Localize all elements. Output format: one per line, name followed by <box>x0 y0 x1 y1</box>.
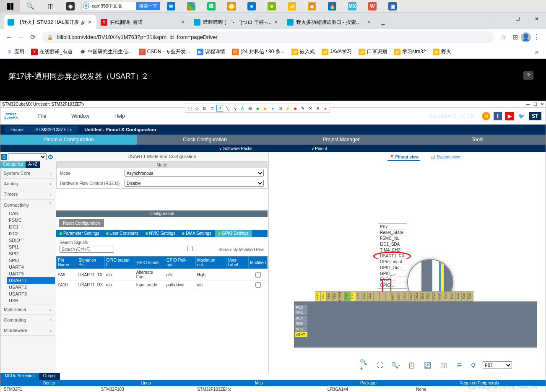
twitter-icon[interactable]: 🐦 <box>517 112 525 120</box>
layers-icon[interactable]: ▯▯ <box>439 361 448 369</box>
chip-pin[interactable]: VSS <box>321 291 327 301</box>
bookmarks-overflow[interactable]: » <box>531 46 543 58</box>
tool-icon[interactable]: ■ <box>262 105 268 112</box>
close-icon[interactable]: ✕ <box>179 19 186 25</box>
chip-side-pin[interactable]: PE5 <box>295 321 307 326</box>
url-bar[interactable]: 🔒 bilibili.com/video/BV18X4y1M763?p=31&s… <box>42 31 494 43</box>
category-item[interactable]: SDIO <box>7 237 55 244</box>
tab-project[interactable]: Project Manager <box>273 135 409 145</box>
mode-select[interactable]: Asynchronous <box>125 170 264 177</box>
mcu-selection-tab[interactable]: MCUs Selection <box>0 373 39 380</box>
rotate-icon[interactable]: 📋 <box>408 361 416 369</box>
bookmark-item[interactable]: ▶课程详情 <box>194 47 228 57</box>
tool-icon[interactable]: □ <box>209 105 216 112</box>
audio-icon[interactable]: 🔊 <box>81 20 86 25</box>
bookmark-item[interactable]: 🎓中国研究生招生信... <box>77 47 135 57</box>
new-tab-button[interactable]: + <box>377 21 390 29</box>
pin-context-menu[interactable]: PB7Reset_StateFSMC_NLI2C1_SDATIM4_CH2USA… <box>378 223 407 289</box>
chip-pin[interactable]: PG9 <box>421 291 426 301</box>
pinout-view-tab[interactable]: 📍 Pinout view <box>387 154 420 161</box>
chip-side-pin[interactable]: PE3 <box>295 310 307 315</box>
category-header[interactable]: System Core› <box>0 168 55 178</box>
flow-select[interactable]: Disable <box>125 180 264 187</box>
chip-pin[interactable]: PG10 <box>415 291 421 301</box>
gear-icon[interactable]: ⚙ <box>47 153 54 161</box>
category-item[interactable]: I2C2 <box>7 230 55 237</box>
tab-az[interactable]: A->Z <box>26 161 40 168</box>
back-button[interactable]: ← <box>3 31 15 43</box>
pin-option[interactable]: TIM4_CH2 <box>378 247 407 253</box>
app-icon[interactable]: 🔥 <box>322 0 342 13</box>
gpio-row[interactable]: PA9USART1_TXn/aAlternate Fun...n/aHigh <box>57 269 268 281</box>
reload-button[interactable]: ⟳ <box>27 31 39 43</box>
video-player[interactable]: 第17讲-通用同步异步收发器（USART）2 ? 野火_fire哥 <box>0 59 546 101</box>
reset-button[interactable]: Reset Configuration <box>59 219 104 227</box>
chrome-canary-icon[interactable]: ◉ <box>221 0 242 13</box>
category-header[interactable]: Timers› <box>0 189 55 199</box>
menu-window[interactable]: Window <box>71 113 89 119</box>
crumb-home[interactable]: Home <box>5 126 29 133</box>
pin-option[interactable]: USART1_RX <box>378 253 407 259</box>
category-header[interactable]: Multimedia› <box>0 304 55 314</box>
close-button[interactable]: ✕ <box>527 13 546 25</box>
menu-icon[interactable]: ⋮ <box>531 31 543 43</box>
bookmark-item[interactable]: 📁口罩识别 <box>356 47 390 57</box>
settings-tab[interactable]: User Constants <box>103 230 142 237</box>
maximize-button[interactable]: ☐ <box>508 13 527 25</box>
browser-tab-2[interactable]: 哔哩哔哩 ( ゜- ゜)つロ 干杯~-bili... ✕ <box>190 15 283 29</box>
start-button[interactable] <box>0 0 20 13</box>
pin-select[interactable]: PB7 <box>483 361 512 369</box>
tab-tools[interactable]: Tools <box>409 135 546 145</box>
pin-option[interactable]: EVEN... <box>378 277 407 283</box>
subtab-software[interactable]: ∨ Software Packs <box>219 146 252 151</box>
chip-pin[interactable]: PB4 <box>362 291 368 301</box>
mail-icon[interactable]: ✉ <box>161 0 181 13</box>
chip-pin[interactable]: PB5 <box>356 291 362 301</box>
category-header[interactable]: Computing› <box>0 315 55 325</box>
pin-option[interactable]: Reset_State <box>378 230 407 236</box>
bookmark-item[interactable]: 📁学习stm32 <box>391 47 429 57</box>
pin-option[interactable]: I2C1_SDA <box>378 241 407 247</box>
chip-pin[interactable]: PG11 <box>409 291 415 301</box>
chip-pin[interactable]: VDD <box>438 291 444 301</box>
category-item[interactable]: SPI1 <box>7 244 55 250</box>
taskbar-search-button[interactable]: 搜索一下 <box>136 2 160 10</box>
chip-pin[interactable]: PD6 <box>432 291 438 301</box>
category-select[interactable] <box>8 153 47 160</box>
system-view-tab[interactable]: 📊 System view <box>429 154 462 161</box>
filmora-icon[interactable]: ▣ <box>382 0 403 13</box>
minimize-button[interactable]: — <box>489 13 508 25</box>
chip-pin[interactable]: PB9 <box>327 291 333 301</box>
chip-pin[interactable]: PD7 <box>426 291 432 301</box>
profile-icon[interactable]: 👤 <box>521 32 531 42</box>
bookmark-item[interactable]: CCSDN - 专业开发... <box>136 47 193 57</box>
chip-pin[interactable]: PB3 <box>368 291 374 301</box>
chip-pin[interactable]: PB8 <box>333 291 338 301</box>
search-input[interactable] <box>60 246 114 253</box>
list-icon[interactable]: ☰ <box>455 361 464 369</box>
tool-icon[interactable]: ╲ <box>224 105 231 112</box>
swap-icon[interactable]: 🔄 <box>424 361 432 369</box>
chip-pin[interactable]: PB7 <box>344 291 350 301</box>
chip-side-pin[interactable]: PE2 <box>295 305 307 310</box>
ie-search-bar[interactable]: ⓔ 搜索一下 <box>81 2 160 11</box>
chip-pin[interactable]: BOOT0 <box>338 291 344 301</box>
chip-side-pin[interactable]: VBAT <box>295 332 307 337</box>
fit-icon[interactable]: ⛶ <box>376 361 384 369</box>
facebook-icon[interactable]: f <box>494 112 502 120</box>
chip-pin[interactable] <box>380 291 385 301</box>
output-tab[interactable]: Output <box>39 373 60 380</box>
pin-option[interactable]: GPIO_... <box>378 271 407 277</box>
search-icon[interactable]: 🔍 <box>20 0 40 13</box>
chip-pin[interactable]: PD2 <box>462 291 468 301</box>
tool-icon[interactable]: ≡ <box>315 105 321 112</box>
chip-pin[interactable]: PG14 <box>391 291 397 301</box>
chrome-icon[interactable]: ◉ <box>302 0 322 13</box>
tool-icon[interactable]: ✕ <box>307 105 314 112</box>
pin-option[interactable]: FSMC_NL <box>378 236 407 241</box>
generate-code-button[interactable]: GENERATE CODE <box>429 114 474 119</box>
chip-pin[interactable] <box>374 291 380 301</box>
chip-pin[interactable]: PG12 <box>403 291 409 301</box>
pin-option[interactable]: PB7 <box>378 224 407 230</box>
settings-tab[interactable]: Parameter Settings <box>56 230 103 237</box>
